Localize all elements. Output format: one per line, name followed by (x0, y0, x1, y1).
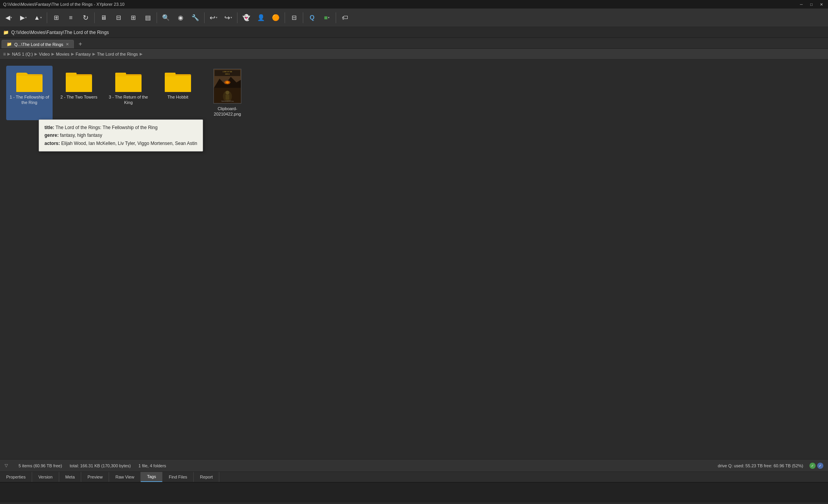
bc-arrow-2: ▶ (51, 52, 55, 56)
hamburger-button[interactable]: ≡ (64, 11, 78, 25)
panel-button[interactable]: ▤ (141, 11, 155, 25)
undo-arrow-icon: ▾ (216, 16, 217, 19)
tag-button[interactable]: 🏷 (338, 11, 352, 25)
undo-button[interactable]: ↩ ▾ (207, 11, 220, 25)
up-arrow-icon: ▾ (40, 16, 42, 19)
view-icon: ⊞ (54, 14, 59, 21)
folder-icon-hobbit (164, 69, 192, 92)
file-label-twotowers: 2 - The Two Towers (60, 94, 97, 100)
green-button[interactable]: ■ ▾ (320, 11, 334, 25)
breadcrumb-item-fantasy[interactable]: Fantasy (76, 52, 91, 56)
bc-arrow-3: ▶ (71, 52, 74, 56)
tag-icon: 🏷 (342, 14, 348, 21)
file-label-fellowship: 1 - The Fellowship of the Ring (9, 94, 50, 106)
tab-close-button[interactable]: ✕ (66, 42, 69, 46)
btab-report[interactable]: Report (194, 472, 219, 482)
redo-button[interactable]: ↪ ▾ (221, 11, 235, 25)
file-item-clipboard[interactable]: LORD OF THE RINGS Clipboard-20210422.png… (204, 66, 251, 120)
breadcrumb-item-nas[interactable]: NAS 1 (Q:) (12, 52, 33, 56)
toolbar-separator-4 (204, 12, 205, 23)
back-button[interactable]: ◀ ▾ (2, 11, 15, 25)
btab-tags[interactable]: Tags (141, 472, 162, 482)
file-item-twotowers[interactable]: 2 - The Two Towers (56, 66, 102, 120)
status-total-info: total: 166.31 KB (170,300 bytes) (70, 463, 131, 468)
tooltip-genre-line: genre: fantasy, high fantasy (44, 131, 197, 139)
drive-button[interactable]: 🖥 (97, 11, 111, 25)
breadcrumb-item-lotr[interactable]: The Lord of the Rings (97, 52, 138, 56)
breadcrumb-menu-icon[interactable]: ≡ (3, 51, 6, 57)
tab-main[interactable]: 📁 Q...\The Lord of the Rings ✕ (2, 40, 74, 48)
file-label-hobbit: The Hobbit (167, 94, 188, 100)
btab-meta[interactable]: Meta (59, 472, 81, 482)
view-toggle-button[interactable]: ⊞ (49, 11, 63, 25)
file-thumbnail-clipboard: LORD OF THE RINGS Clipboard-20210422.png (213, 69, 241, 104)
forward-arrow-icon: ▾ (25, 16, 27, 19)
refresh-icon: ↻ (83, 14, 89, 22)
toolbar-separator-1 (47, 12, 47, 23)
forward-button[interactable]: ▶ ▾ (16, 11, 30, 25)
minimize-button[interactable]: ─ (798, 2, 805, 7)
catalog-button[interactable]: ◉ (174, 11, 188, 25)
panel-icon: ▤ (145, 14, 151, 21)
circle-button[interactable]: 🟠 (269, 11, 283, 25)
toolbar-separator-2 (94, 12, 95, 23)
btab-properties[interactable]: Properties (0, 472, 32, 482)
breadcrumb-item-video[interactable]: Video (39, 52, 50, 56)
tab-label: Q...\The Lord of the Rings (14, 42, 63, 47)
toolbar-separator-7 (303, 12, 303, 23)
redo-icon: ↪ (224, 14, 230, 22)
pane-button[interactable]: ⊟ (111, 11, 125, 25)
file-label-clipboard: Clipboard-20210422.png (207, 106, 248, 117)
address-bar: 📁 Q:\Video\Movies\Fantasy\The Lord of th… (0, 27, 828, 38)
breadcrumb: ≡ ▶ NAS 1 (Q:) ▶ Video ▶ Movies ▶ Fantas… (0, 49, 828, 60)
main-content: 1 - The Fellowship of the Ring 2 - The T… (0, 60, 828, 459)
file-label-returnking: 3 - The Return of the King (108, 94, 149, 106)
btab-rawview-label: Raw View (115, 475, 134, 479)
status-right: drive Q: used: 55.23 TB free: 60.96 TB (… (718, 463, 823, 469)
check-green-icon: ✓ (809, 463, 816, 469)
toolbar: ◀ ▾ ▶ ▾ ▲ ▾ ⊞ ≡ ↻ 🖥 ⊟ ⊞ ▤ 🔍 ◉ 🔧 ↩ ▾ (0, 9, 828, 27)
btab-findfiles[interactable]: Find Files (162, 472, 194, 482)
tools-button[interactable]: 🔧 (188, 11, 202, 25)
dual-pane-icon: ⊟ (292, 14, 297, 21)
btab-tags-label: Tags (147, 474, 156, 479)
breadcrumb-item-movies[interactable]: Movies (56, 52, 70, 56)
folder-icon-returnking (114, 69, 142, 92)
btab-rawview[interactable]: Raw View (109, 472, 141, 482)
circle-icon: 🟠 (272, 14, 280, 21)
back-icon: ◀ (5, 14, 10, 21)
btab-properties-label: Properties (6, 475, 26, 479)
svg-text:Clipboard-20210422.png: Clipboard-20210422.png (221, 100, 234, 102)
tooltip-title-line: title: The Lord of the Rings: The Fellow… (44, 124, 197, 131)
btab-version[interactable]: Version (32, 472, 59, 482)
svg-text:RINGS: RINGS (225, 73, 230, 75)
pane-icon: ⊟ (116, 14, 121, 21)
maximize-button[interactable]: □ (808, 2, 815, 7)
dual-pane-button[interactable]: ⊟ (287, 11, 301, 25)
tab-add-button[interactable]: + (76, 40, 85, 48)
search-button[interactable]: 🔍 (159, 11, 173, 25)
bc-arrow-1: ▶ (34, 52, 38, 56)
btab-meta-label: Meta (65, 475, 75, 479)
file-item-returnking[interactable]: 3 - The Return of the King (105, 66, 152, 120)
folder-small-icon: 📁 (3, 30, 9, 35)
file-item-fellowship[interactable]: 1 - The Fellowship of the Ring (6, 66, 53, 120)
bc-arrow-5: ▶ (140, 52, 143, 56)
ghost-button[interactable]: 👻 (239, 11, 253, 25)
up-button[interactable]: ▲ ▾ (31, 11, 45, 25)
file-item-hobbit[interactable]: The Hobbit (155, 66, 201, 120)
title-bar: Q:\Video\Movies\Fantasy\The Lord of the … (0, 0, 828, 9)
close-button[interactable]: ✕ (818, 2, 825, 7)
forward-icon: ▶ (20, 14, 25, 21)
user-button[interactable]: 👤 (254, 11, 268, 25)
q-button[interactable]: Q (305, 11, 319, 25)
svg-rect-3 (66, 73, 77, 77)
toolbar-separator-5 (237, 12, 237, 23)
grid-button[interactable]: ⊞ (126, 11, 140, 25)
bottom-panel (0, 482, 828, 502)
address-path[interactable]: Q:\Video\Movies\Fantasy\The Lord of the … (11, 30, 109, 35)
toolbar-separator-8 (336, 12, 336, 23)
refresh-button[interactable]: ↻ (79, 11, 92, 25)
btab-preview[interactable]: Preview (81, 472, 109, 482)
breadcrumb-fantasy-label: Fantasy (76, 52, 91, 56)
